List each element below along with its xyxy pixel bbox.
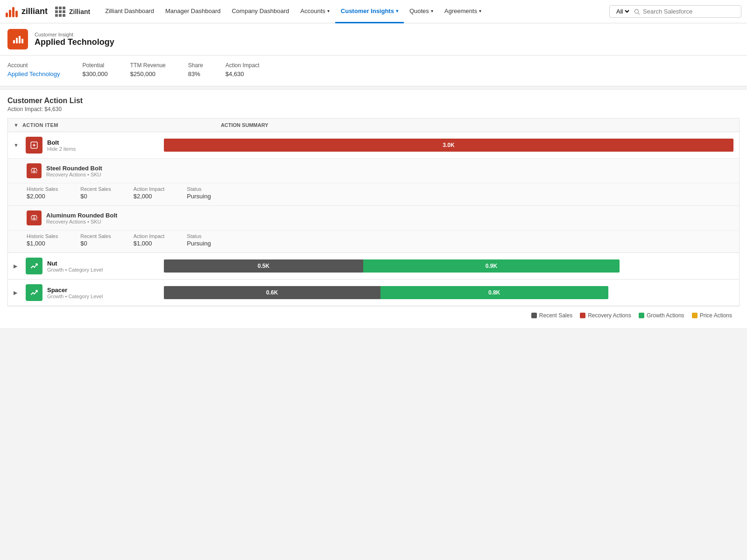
summary-label-action-impact: Action Impact (226, 62, 260, 69)
spacer-bar-area: 0.6K 0.8K (164, 286, 733, 299)
legend-label-growth: Growth Actions (647, 312, 684, 319)
logo-bar-1 (6, 13, 8, 17)
steel-bolt-historic-sales: Historic Sales $2,000 (27, 186, 58, 200)
page-title: Applied Technology (35, 37, 114, 47)
nut-icon (26, 258, 42, 274)
header-bars-icon (12, 34, 23, 45)
bolt-icon (26, 137, 42, 154)
steel-bolt-status: Status Pursuing (187, 186, 211, 200)
main-nav: Zilliant Dashboard Manager Dashboard Com… (99, 0, 487, 23)
summary-value-action-impact: $4,630 (226, 70, 260, 77)
action-row-bolt: ▼ Bolt Hide 2 items 3.0K Ste (7, 132, 740, 253)
action-row-nut: ▶ Nut Growth • Category Level 0.5K 0.9K (7, 253, 740, 280)
legend-recent-sales: Recent Sales (531, 312, 572, 319)
bolt-expand-icon[interactable]: ▼ (14, 142, 21, 148)
search-icon (634, 8, 640, 15)
summary-value-potential: $300,000 (83, 70, 108, 77)
bolt-bar-area: 3.0K (164, 139, 733, 152)
summary-col-ttm: TTM Revenue $250,000 (130, 62, 166, 77)
action-row-spacer-main[interactable]: ▶ Spacer Growth • Category Level 0.6K 0.… (8, 280, 739, 306)
legend-dot-recovery (580, 313, 585, 318)
steel-bolt-historic-value: $2,000 (27, 193, 58, 200)
bolt-name: Bolt (47, 139, 122, 146)
aluminum-bolt-historic-sales: Historic Sales $1,000 (27, 233, 58, 247)
nav-item-customer-insights[interactable]: Customer Insights ▾ (335, 0, 404, 23)
steel-bolt-header: Steel Rounded Bolt Recovery Actions • SK… (8, 159, 739, 181)
logo-bar-2 (9, 10, 11, 17)
breadcrumb: Customer Insight (35, 32, 114, 37)
legend-price-actions: Price Actions (692, 312, 732, 319)
app-grid-icon[interactable] (55, 7, 65, 17)
header-text-area: Customer Insight Applied Technology (35, 32, 114, 47)
legend-label-price: Price Actions (700, 312, 732, 319)
bolt-sub-rows: Steel Rounded Bolt Recovery Actions • SK… (8, 158, 739, 252)
legend-dot-price (692, 313, 698, 318)
steel-bolt-recent-value: $0 (80, 193, 111, 200)
svg-rect-2 (13, 40, 15, 43)
nav-item-agreements[interactable]: Agreements ▾ (439, 0, 487, 23)
summary-col-action-impact: Action Impact $4,630 (226, 62, 260, 77)
nav-item-zilliant-dashboard[interactable]: Zilliant Dashboard (99, 0, 160, 23)
logo-text: zilliant (21, 7, 48, 16)
aluminum-bolt-status: Status Pursuing (187, 233, 211, 247)
steel-bolt-impact-label: Action Impact (134, 186, 165, 192)
accounts-chevron-icon: ▾ (327, 8, 330, 14)
aluminum-bolt-header: Aluminum Rounded Bolt Recovery Actions •… (8, 206, 739, 228)
legend: Recent Sales Recovery Actions Growth Act… (7, 306, 740, 324)
sub-row-steel-bolt: Steel Rounded Bolt Recovery Actions • SK… (8, 158, 739, 205)
page-header: Customer Insight Applied Technology (0, 23, 747, 56)
table-sort-chevron-icon[interactable]: ▼ (14, 122, 19, 128)
spacer-bar-green: 0.8K (381, 286, 608, 299)
action-row-nut-main[interactable]: ▶ Nut Growth • Category Level 0.5K 0.9K (8, 253, 739, 279)
nut-row-info: Nut Growth • Category Level (47, 260, 122, 273)
search-input[interactable] (643, 8, 736, 15)
steel-bolt-impact-value: $2,000 (134, 193, 165, 200)
spacer-row-info: Spacer Growth • Category Level (47, 287, 122, 299)
summary-table: Account Applied Technology Potential $30… (7, 62, 740, 77)
summary-col-share: Share 83% (188, 62, 203, 77)
search-filter-select[interactable]: All (614, 7, 631, 15)
nut-bar-dark: 0.5K (164, 259, 363, 273)
summary-value-account[interactable]: Applied Technology (7, 70, 60, 77)
legend-dot-recent (531, 313, 537, 318)
search-bar: All (609, 5, 741, 18)
aluminum-bolt-action-impact: Action Impact $1,000 (134, 233, 165, 247)
top-nav: zilliant Zilliant Zilliant Dashboard Man… (0, 0, 747, 23)
nav-item-company-dashboard[interactable]: Company Dashboard (226, 0, 295, 23)
spacer-expand-icon[interactable]: ▶ (14, 290, 21, 296)
spacer-sub: Growth • Category Level (47, 294, 122, 299)
bolt-icon-svg (30, 141, 38, 149)
aluminum-bolt-details: Historic Sales $1,000 Recent Sales $0 Ac… (8, 230, 739, 252)
logo-area: zilliant (6, 6, 48, 17)
nut-growth-icon-svg (30, 262, 38, 270)
legend-growth-actions: Growth Actions (639, 312, 684, 319)
nav-item-accounts[interactable]: Accounts ▾ (295, 0, 335, 23)
nav-item-quotes[interactable]: Quotes ▾ (404, 0, 439, 23)
steel-bolt-action-impact: Action Impact $2,000 (134, 186, 165, 200)
steel-bolt-historic-label: Historic Sales (27, 186, 58, 192)
col-header-action-summary: ACTION SUMMARY (221, 122, 268, 128)
spacer-growth-icon-svg (30, 288, 38, 297)
steel-bolt-details: Historic Sales $2,000 Recent Sales $0 Ac… (8, 183, 739, 205)
table-header: ▼ ACTION ITEM ACTION SUMMARY (7, 118, 740, 132)
nav-item-manager-dashboard[interactable]: Manager Dashboard (160, 0, 226, 23)
customer-insights-chevron-icon: ▾ (396, 8, 398, 14)
aluminum-bolt-recent-sales: Recent Sales $0 (80, 233, 111, 247)
spacer-icon (26, 284, 42, 301)
steel-bolt-name: Steel Rounded Bolt (46, 165, 102, 172)
steel-bolt-name-area: Steel Rounded Bolt Recovery Actions • SK… (46, 165, 102, 177)
steel-bolt-status-label: Status (187, 186, 211, 192)
logo-bar-3 (12, 7, 14, 17)
spacer-name: Spacer (47, 287, 122, 294)
nut-expand-icon[interactable]: ▶ (14, 263, 21, 269)
action-row-bolt-main[interactable]: ▼ Bolt Hide 2 items 3.0K (8, 132, 739, 158)
header-icon (7, 29, 28, 49)
steel-bolt-recent-sales: Recent Sales $0 (80, 186, 111, 200)
aluminum-bolt-name: Aluminum Rounded Bolt (46, 212, 117, 219)
spacer-bar-dark: 0.6K (164, 286, 381, 299)
nut-bar-area: 0.5K 0.9K (164, 259, 733, 273)
svg-line-1 (638, 13, 640, 14)
steel-bolt-recent-label: Recent Sales (80, 186, 111, 192)
action-row-spacer: ▶ Spacer Growth • Category Level 0.6K 0.… (7, 280, 740, 306)
summary-col-potential: Potential $300,000 (83, 62, 108, 77)
